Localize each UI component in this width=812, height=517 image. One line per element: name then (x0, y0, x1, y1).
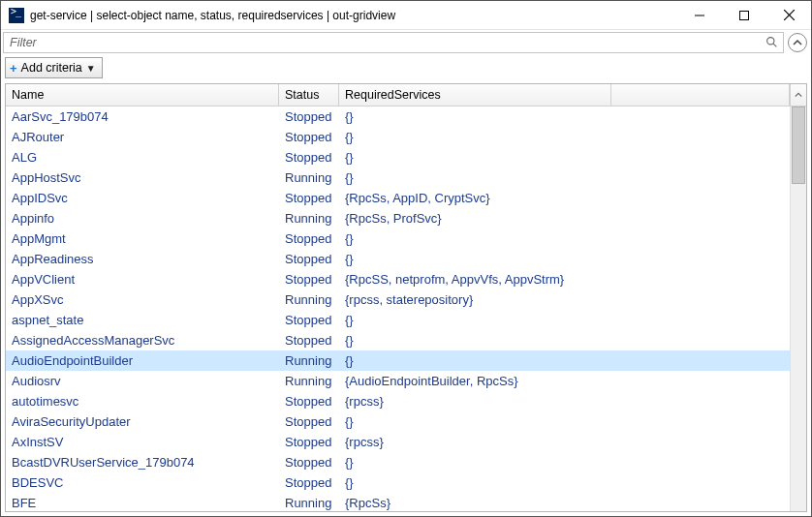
table-row[interactable]: BFERunning{RpcSs} (6, 493, 790, 511)
cell-name: AviraSecurityUpdater (6, 414, 279, 429)
cell-status: Stopped (279, 109, 339, 124)
cell-name: BcastDVRUserService_179b074 (6, 455, 279, 470)
cell-requiredservices: {rpcss} (339, 435, 611, 449)
cell-name: AppMgmt (6, 231, 279, 246)
cell-requiredservices: {} (339, 130, 611, 144)
cell-status: Stopped (279, 191, 339, 205)
grid-header: Name Status RequiredServices (6, 84, 806, 106)
table-row[interactable]: aspnet_stateStopped{} (6, 310, 790, 330)
cell-status: Stopped (279, 130, 339, 144)
cell-requiredservices: {} (339, 353, 611, 368)
cell-requiredservices: {rpcss} (339, 394, 611, 409)
cell-requiredservices: {rpcss, staterepository} (339, 292, 611, 307)
cell-requiredservices: {RpcSS, netprofm, AppvVfs, AppvStrm} (339, 272, 611, 287)
cell-status: Running (279, 211, 339, 226)
table-row[interactable]: AudiosrvRunning{AudioEndpointBuilder, Rp… (6, 371, 790, 391)
chevron-down-icon: ▼ (86, 63, 96, 74)
cell-name: aspnet_state (6, 313, 279, 327)
table-row[interactable]: AssignedAccessManagerSvcStopped{} (6, 330, 790, 350)
table-row[interactable]: ALGStopped{} (6, 147, 790, 167)
gridview-window: get-service | select-object name, status… (0, 0, 812, 517)
plus-icon: + (10, 61, 17, 76)
cell-requiredservices: {} (339, 313, 611, 327)
cell-status: Stopped (279, 272, 339, 287)
table-row[interactable]: AppXSvcRunning{rpcss, staterepository} (6, 289, 790, 310)
table-row[interactable]: BDESVCStopped{} (6, 472, 790, 493)
titlebar: get-service | select-object name, status… (1, 1, 811, 30)
cell-name: AJRouter (6, 130, 279, 144)
cell-requiredservices: {} (339, 252, 611, 266)
cell-status: Stopped (279, 150, 339, 165)
filter-input-wrap (3, 32, 784, 53)
table-row[interactable]: autotimesvcStopped{rpcss} (6, 391, 790, 411)
cell-name: autotimesvc (6, 394, 279, 409)
filter-input[interactable] (8, 35, 765, 50)
search-icon (765, 36, 779, 49)
table-row[interactable]: AppIDSvcStopped{RpcSs, AppID, CryptSvc} (6, 188, 790, 208)
cell-name: BDESVC (6, 475, 279, 490)
table-row[interactable]: AxInstSVStopped{rpcss} (6, 432, 790, 452)
minimize-button[interactable] (677, 1, 722, 29)
cell-name: Audiosrv (6, 374, 279, 388)
cell-status: Stopped (279, 455, 339, 470)
scroll-up-button[interactable] (790, 84, 806, 106)
cell-status: Running (279, 496, 339, 510)
cell-requiredservices: {} (339, 109, 611, 124)
add-criteria-button[interactable]: + Add criteria ▼ (5, 57, 103, 78)
table-row[interactable]: AppMgmtStopped{} (6, 228, 790, 249)
cell-name: Appinfo (6, 211, 279, 226)
criteria-bar: + Add criteria ▼ (1, 55, 811, 81)
cell-name: AxInstSV (6, 435, 279, 449)
window-controls (677, 1, 811, 29)
table-row[interactable]: AppVClientStopped{RpcSS, netprofm, AppvV… (6, 269, 790, 289)
add-criteria-label: Add criteria (21, 61, 82, 75)
vertical-scrollbar[interactable] (790, 106, 806, 511)
table-row[interactable]: AppHostSvcRunning{} (6, 167, 790, 188)
cell-name: AppXSvc (6, 292, 279, 307)
table-row[interactable]: AJRouterStopped{} (6, 127, 790, 147)
cell-status: Stopped (279, 313, 339, 327)
table-row[interactable]: AppReadinessStopped{} (6, 249, 790, 269)
cell-name: AudioEndpointBuilder (6, 353, 279, 368)
cell-name: AppReadiness (6, 252, 279, 266)
table-row[interactable]: BcastDVRUserService_179b074Stopped{} (6, 452, 790, 472)
cell-requiredservices: {} (339, 231, 611, 246)
cell-status: Running (279, 170, 339, 185)
grid: Name Status RequiredServices AarSvc_179b… (5, 83, 807, 512)
table-row[interactable]: AviraSecurityUpdaterStopped{} (6, 411, 790, 432)
cell-requiredservices: {} (339, 475, 611, 490)
expand-filter-button[interactable] (788, 33, 807, 52)
svg-line-5 (773, 44, 776, 46)
cell-status: Stopped (279, 394, 339, 409)
cell-requiredservices: {} (339, 455, 611, 470)
column-header-requiredservices[interactable]: RequiredServices (339, 84, 611, 106)
svg-point-4 (767, 38, 774, 45)
filter-bar (1, 30, 811, 55)
cell-status: Stopped (279, 475, 339, 490)
close-button[interactable] (766, 1, 811, 29)
cell-name: AppIDSvc (6, 191, 279, 205)
column-header-name[interactable]: Name (6, 84, 279, 106)
table-row[interactable]: AppinfoRunning{RpcSs, ProfSvc} (6, 208, 790, 228)
cell-requiredservices: {AudioEndpointBuilder, RpcSs} (339, 374, 611, 388)
cell-status: Running (279, 353, 339, 368)
cell-name: BFE (6, 496, 279, 510)
cell-status: Stopped (279, 435, 339, 449)
window-title: get-service | select-object name, status… (30, 9, 677, 22)
cell-requiredservices: {} (339, 150, 611, 165)
column-header-status[interactable]: Status (279, 84, 339, 106)
cell-requiredservices: {RpcSs, AppID, CryptSvc} (339, 191, 611, 205)
cell-status: Stopped (279, 333, 339, 348)
cell-requiredservices: {RpcSs} (339, 496, 611, 510)
svg-rect-1 (740, 11, 749, 19)
maximize-button[interactable] (722, 1, 766, 29)
cell-name: AppVClient (6, 272, 279, 287)
cell-status: Running (279, 374, 339, 388)
table-row[interactable]: AarSvc_179b074Stopped{} (6, 106, 790, 127)
table-row[interactable]: AudioEndpointBuilderRunning{} (6, 350, 790, 371)
column-header-spacer[interactable] (611, 84, 790, 106)
cell-requiredservices: {} (339, 414, 611, 429)
powershell-icon (9, 8, 24, 23)
scrollbar-thumb[interactable] (792, 106, 805, 184)
cell-name: AarSvc_179b074 (6, 109, 279, 124)
